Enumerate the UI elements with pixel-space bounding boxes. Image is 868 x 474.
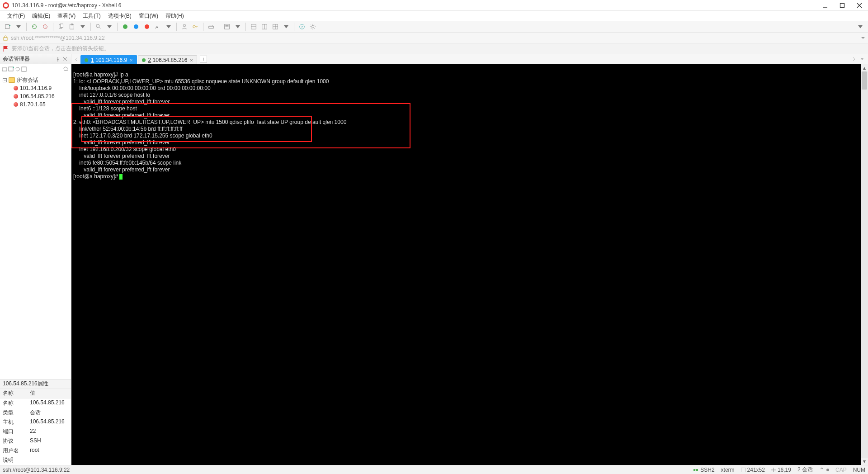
session-tree[interactable]: − 所有会话 101.34.116.9 106.54.85.216 81.70.… (0, 74, 71, 379)
close-button[interactable] (856, 2, 863, 9)
transfer-icon[interactable] (206, 22, 216, 32)
tab-number: 1 (91, 57, 94, 63)
flag-icon[interactable] (3, 46, 9, 52)
session-item[interactable]: 101.34.116.9 (0, 84, 71, 92)
toolbar-dropdown-icon[interactable] (104, 22, 114, 32)
search-icon[interactable] (94, 22, 104, 32)
tab-list-icon[interactable] (859, 56, 865, 62)
new-session-icon[interactable] (8, 66, 14, 72)
menu-window[interactable]: 窗口(W) (135, 11, 162, 21)
layout-vertical-icon[interactable] (259, 22, 269, 32)
session-item[interactable]: 81.70.1.65 (0, 100, 71, 109)
filter-icon[interactable] (21, 66, 27, 72)
refresh-icon[interactable] (14, 66, 21, 72)
terminal-line: 1: lo: <LOOPBACK,UP,LOWER_UP> mtu 65536 … (73, 78, 329, 85)
key-icon[interactable] (190, 22, 200, 32)
tab-label: 106.54.85.216 (153, 57, 188, 63)
toolbar-overflow-icon[interactable] (855, 22, 865, 32)
property-value: 22 (27, 427, 71, 436)
session-icon (14, 94, 18, 99)
disconnect-icon[interactable] (40, 22, 50, 32)
toolbar-separator (117, 23, 118, 31)
session-label: 81.70.1.65 (20, 101, 46, 108)
menu-help[interactable]: 帮助(H) (162, 11, 188, 21)
close-icon[interactable] (62, 56, 68, 62)
color-blue-icon[interactable] (131, 22, 141, 32)
toolbar-dropdown-icon[interactable] (14, 22, 24, 32)
status-session-count: 2 会话 (797, 466, 813, 474)
user-icon[interactable] (179, 22, 189, 32)
chevron-down-icon[interactable] (861, 36, 865, 40)
color-green-icon[interactable] (120, 22, 130, 32)
pin-icon[interactable] (55, 56, 61, 62)
property-row: 主机106.54.85.216 (0, 417, 71, 427)
session-item[interactable]: 106.54.85.216 (0, 92, 71, 100)
terminal[interactable]: [root@a haproxy]# ip a 1: lo: <LOOPBACK,… (71, 64, 868, 465)
svg-point-42 (64, 67, 67, 71)
terminal-scrollbar[interactable]: ▴ ▾ (861, 64, 868, 465)
paste-icon[interactable] (67, 22, 77, 32)
tab-label: 101.34.116.9 (95, 57, 127, 63)
chevron-up-icon[interactable]: ⌃ (819, 466, 825, 474)
status-connection: SSH2 (693, 467, 714, 473)
address-bar[interactable]: ssh://root:************@101.34.116.9:22 (0, 33, 868, 43)
toolbar-dropdown-icon[interactable] (233, 22, 243, 32)
script-icon[interactable] (222, 22, 232, 32)
property-value: SSH (27, 436, 71, 446)
scroll-up-icon[interactable]: ▴ (861, 64, 868, 71)
minimize-button[interactable] (822, 2, 828, 9)
settings-icon[interactable] (308, 22, 318, 32)
maximize-button[interactable] (839, 2, 845, 9)
search-icon[interactable] (63, 66, 69, 72)
tab-number: 2 (148, 57, 151, 63)
svg-point-16 (183, 24, 185, 27)
new-session-icon[interactable] (3, 22, 13, 32)
session-icon (14, 86, 18, 90)
new-folder-icon[interactable] (2, 66, 8, 72)
window-title: 101.34.116.9 - root@a:/etc/haproxy - Xsh… (12, 2, 822, 9)
scroll-down-icon[interactable]: ▾ (861, 458, 868, 465)
session-tab[interactable]: 2 106.54.85.216 × (138, 55, 197, 64)
property-value: 106.54.85.216 (27, 417, 71, 427)
layout-grid-icon[interactable] (270, 22, 280, 32)
toolbar-separator (294, 23, 294, 31)
toolbar-dropdown-icon[interactable] (281, 22, 291, 32)
svg-rect-34 (4, 38, 7, 40)
svg-point-17 (193, 25, 195, 28)
tab-nav-left-icon[interactable] (73, 56, 80, 62)
color-red-icon[interactable] (142, 22, 152, 32)
menu-tab[interactable]: 选项卡(B) (104, 11, 135, 21)
tab-nav-right-icon[interactable] (851, 56, 857, 62)
help-icon[interactable]: ? (297, 22, 307, 32)
menu-view[interactable]: 查看(V) (54, 11, 79, 21)
menu-tools[interactable]: 工具(T) (79, 11, 104, 21)
toolbar-dropdown-icon[interactable] (78, 22, 88, 32)
svg-rect-4 (5, 25, 9, 29)
tab-close-icon[interactable]: × (130, 57, 132, 63)
status-term-type: xterm (721, 467, 735, 473)
tab-close-icon[interactable]: × (190, 57, 193, 63)
reconnect-icon[interactable] (29, 22, 39, 32)
prop-header-key: 名称 (0, 389, 27, 398)
property-row: 用户名root (0, 446, 71, 455)
menu-file[interactable]: 文件(F) (4, 11, 28, 21)
terminal-cursor (119, 174, 123, 180)
scroll-thumb[interactable] (862, 71, 867, 90)
font-icon[interactable]: A (153, 22, 163, 32)
hint-text: 要添加当前会话，点击左侧的箭头按钮。 (12, 45, 109, 52)
tree-root[interactable]: − 所有会话 (0, 76, 71, 84)
copy-icon[interactable] (56, 22, 66, 32)
new-tab-button[interactable]: + (200, 56, 207, 63)
toolbar-dropdown-icon[interactable] (164, 22, 174, 32)
layout-horizontal-icon[interactable] (249, 22, 259, 32)
status-size: 241x52 (741, 467, 765, 473)
session-icon (14, 102, 18, 107)
collapse-icon[interactable]: − (3, 78, 7, 82)
svg-rect-1 (840, 3, 844, 7)
session-tab-active[interactable]: 1 101.34.116.9 × (80, 55, 137, 64)
terminal-line: valid_lft forever preferred_lft forever (73, 166, 170, 173)
svg-line-43 (67, 70, 68, 71)
menu-edit[interactable]: 编辑(E) (28, 11, 54, 21)
menu-bar: 文件(F) 编辑(E) 查看(V) 工具(T) 选项卡(B) 窗口(W) 帮助(… (0, 11, 868, 21)
property-row: 名称106.54.85.216 (0, 398, 71, 408)
